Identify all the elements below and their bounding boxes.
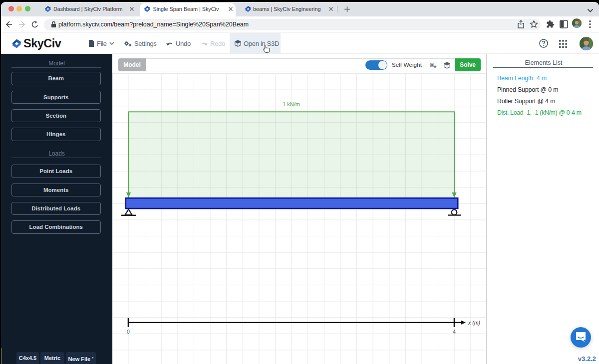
svg-text:4: 4 bbox=[453, 329, 456, 335]
svg-text:1 kN/m: 1 kN/m bbox=[283, 101, 300, 107]
svg-text:x (m): x (m) bbox=[468, 320, 480, 326]
svg-text:0: 0 bbox=[127, 329, 130, 335]
